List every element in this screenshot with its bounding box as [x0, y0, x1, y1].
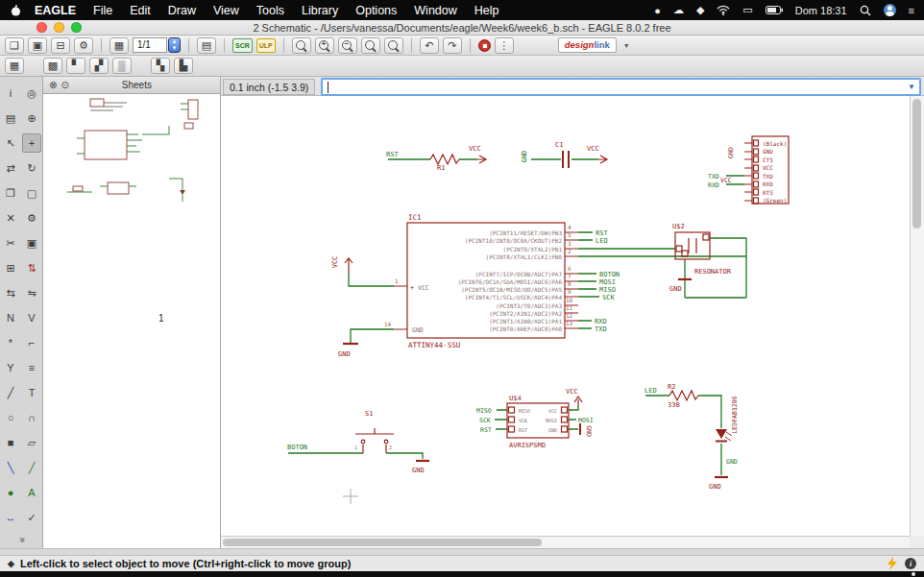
sheet-number-label[interactable]: 1	[158, 313, 164, 324]
schematic-label[interactable]: TXD	[708, 173, 719, 180]
component-resonator[interactable]	[675, 232, 710, 259]
zoom-in-button[interactable]: +	[315, 37, 334, 54]
vcc-symbol[interactable]	[345, 258, 353, 273]
zoom-fit-button[interactable]	[292, 37, 311, 54]
schematic-label[interactable]: (PCINT0/AREF/ADC0)PA0	[489, 325, 562, 332]
schematic-label[interactable]: (PCINT3/T0/ADC3)PA3	[496, 302, 562, 309]
schematic-label[interactable]: R1	[437, 164, 445, 172]
vcc-symbol[interactable]	[574, 397, 582, 405]
sheet-selector-stepper[interactable]: ▲ ▼	[168, 37, 181, 53]
schematic-label[interactable]: BOTON	[287, 444, 307, 451]
schematic-label[interactable]: GND	[338, 350, 351, 358]
component-avrisp[interactable]	[507, 403, 569, 438]
tool-display[interactable]: ▤	[1, 108, 20, 128]
sheets-panel-body[interactable]: 1	[43, 94, 221, 548]
menu-item-file[interactable]: File	[85, 4, 121, 17]
tool-value[interactable]: V	[22, 308, 41, 327]
schematic-label[interactable]: RST	[519, 427, 527, 433]
schematic-label[interactable]: AVRISPSMD	[509, 442, 546, 449]
wifi-icon[interactable]	[717, 5, 730, 15]
schematic-label[interactable]: (PCINT2/AIN1/ADC2)PA2	[489, 310, 562, 317]
schematic-label[interactable]: SCK	[479, 417, 491, 424]
component-r1[interactable]	[430, 155, 459, 164]
schematic-label[interactable]: SCK	[519, 418, 527, 423]
schematic-canvas[interactable]: RSTR1VCCGNDC1VCCGNDTXDRXDVCC(Black)GNDCT…	[221, 96, 910, 536]
dnd-icon[interactable]: ●	[654, 5, 661, 16]
schematic-label[interactable]: (Black)	[763, 140, 787, 147]
schematic-label[interactable]: VCC	[548, 408, 557, 414]
schematic-label[interactable]: VCC	[418, 284, 429, 292]
tool-change[interactable]: ⚙	[22, 208, 41, 228]
schematic-label[interactable]: 12	[566, 312, 573, 319]
display-mode-2-button[interactable]: ▘	[66, 58, 85, 74]
schematic-label[interactable]: TXD	[763, 173, 773, 180]
menu-item-library[interactable]: Library	[293, 4, 347, 17]
tool-group[interactable]: ▢	[22, 183, 41, 203]
menu-item-window[interactable]: Window	[405, 4, 465, 17]
battery-icon[interactable]	[766, 6, 783, 14]
schematic-label[interactable]: VCC	[331, 256, 339, 269]
run-ulp-button[interactable]: ULP	[256, 38, 276, 53]
print-button[interactable]: ⊟	[51, 37, 70, 54]
schematic-label[interactable]: BOTON	[599, 271, 620, 278]
tool-info[interactable]: i	[1, 84, 20, 103]
tool-mirror[interactable]: ⇄	[1, 158, 20, 178]
horizontal-scrollbar[interactable]	[221, 536, 910, 548]
grid-settings-button[interactable]: ▦	[5, 58, 24, 74]
schematic-label[interactable]: VCC	[469, 145, 481, 153]
tool-rotate[interactable]: ↻	[22, 158, 41, 178]
sheet-selector[interactable]: 1/1 ▲ ▼	[133, 37, 181, 53]
schematic-label[interactable]: MOSI	[578, 417, 594, 424]
schematic-label[interactable]: 13	[566, 320, 573, 326]
schematic-label[interactable]: RESONATOR	[694, 268, 732, 276]
tool-replace[interactable]: ⇆	[1, 283, 20, 302]
tool-circle[interactable]: ○	[1, 408, 20, 427]
vertical-scrollbar[interactable]	[910, 96, 924, 536]
component-s1[interactable]	[355, 428, 394, 453]
display-mode-1-button[interactable]: ▩	[43, 58, 62, 74]
menu-item-draw[interactable]: Draw	[159, 4, 205, 17]
schematic-label[interactable]: RST	[386, 151, 399, 158]
schematic-label[interactable]: GND	[412, 326, 424, 334]
schematic-label[interactable]: S1	[365, 410, 373, 418]
schematic-label[interactable]: VCC	[763, 164, 773, 171]
schematic-label[interactable]: GND	[412, 467, 425, 474]
schematic-drawing[interactable]: RSTR1VCCGNDC1VCCGNDTXDRXDVCC(Black)GNDCT…	[221, 96, 910, 536]
schematic-label[interactable]: (Green)	[763, 197, 787, 204]
schematic-label[interactable]: CTS	[763, 156, 773, 163]
schematic-label[interactable]: MISO	[599, 286, 616, 294]
schematic-label[interactable]: GND	[763, 148, 773, 155]
schematic-label[interactable]: (PCINT9/XTAL2)PB1	[503, 246, 563, 252]
schematic-label[interactable]: R2	[668, 383, 675, 391]
apple-menu[interactable]	[10, 4, 22, 17]
schematic-label[interactable]: (PCINT6/OC1A/SDA/MOSI/ADC6)PA6	[458, 278, 563, 285]
tool-name[interactable]: N	[1, 308, 20, 327]
display-mode-3-button[interactable]: ▞	[89, 58, 109, 74]
tool-split[interactable]: Y	[1, 358, 20, 377]
tool-miter[interactable]: ⌐	[22, 333, 41, 352]
component-r2[interactable]	[669, 391, 698, 400]
run-script-button[interactable]: SCR	[232, 38, 253, 53]
vcc-symbol[interactable]	[598, 156, 607, 163]
display-mode-4-button[interactable]: ▒	[112, 58, 132, 74]
display-icon[interactable]: ▭	[742, 4, 752, 16]
tool-move[interactable]: +	[22, 133, 41, 153]
menu-item-help[interactable]: Help	[466, 4, 508, 17]
user-avatar[interactable]	[884, 4, 896, 16]
dropbox-icon[interactable]: ◆	[696, 4, 704, 16]
component-c1[interactable]	[563, 151, 569, 168]
schematic-label[interactable]: MISO	[476, 407, 492, 415]
board-editor-button[interactable]: ▦	[109, 37, 129, 54]
sheet-thumbnail[interactable]	[46, 96, 217, 221]
tool-erc[interactable]: ✓	[22, 508, 41, 527]
schematic-label[interactable]: MOSI	[546, 418, 557, 423]
cloud-icon[interactable]: ☁	[673, 4, 684, 16]
zoom-out-button[interactable]: −	[338, 37, 357, 54]
stepper-up-icon[interactable]: ▲	[172, 38, 178, 45]
schematic-label[interactable]: (PCINT10/INT0/OC0A/CKOUT)PB2	[465, 237, 563, 244]
layer-view-2-button[interactable]: ▙	[174, 58, 193, 74]
sheets-close-icon[interactable]: ⊗	[49, 80, 57, 90]
zoom-window-button[interactable]	[71, 22, 82, 33]
schematic-label[interactable]: RXD	[763, 180, 773, 187]
tool-mark[interactable]: ⊕	[22, 108, 41, 128]
